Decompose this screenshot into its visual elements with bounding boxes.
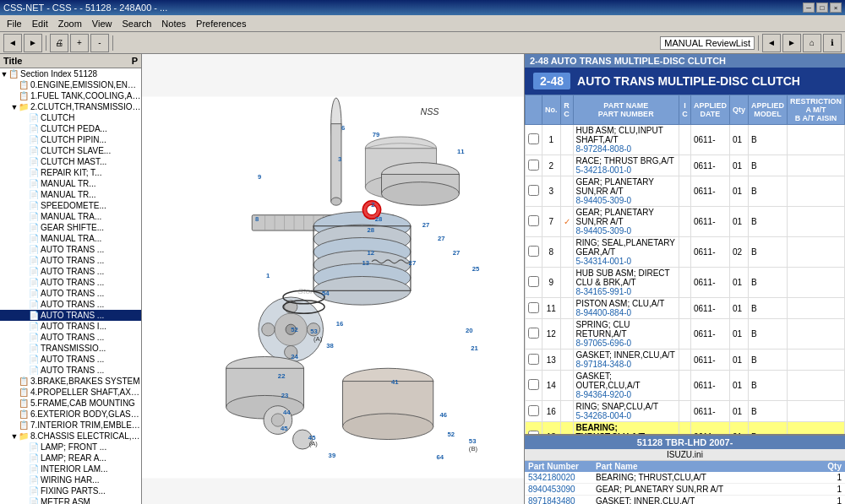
check-cell[interactable]	[526, 237, 542, 268]
menu-item-search[interactable]: Search	[117, 17, 156, 30]
zoom-out-button[interactable]: -	[90, 34, 109, 52]
nav-next-button[interactable]: ►	[782, 34, 801, 52]
tree-item-2-20[interactable]: 📄MANUAL TR...	[0, 178, 141, 189]
tree-item-8-04[interactable]: 📄INTERIOR LAM...	[0, 463, 141, 474]
tree-item-2-25[interactable]: 📄SPEEDOMETE...	[0, 200, 141, 211]
check-cell[interactable]	[526, 207, 542, 237]
menu-item-file[interactable]: File	[2, 17, 27, 30]
menu-item-notes[interactable]: Notes	[156, 17, 191, 30]
back-button[interactable]: ◄	[3, 34, 22, 52]
info-button[interactable]: ℹ	[823, 34, 842, 52]
tree-item-8-15[interactable]: 📄FIXING PARTS...	[0, 485, 141, 496]
list-item[interactable]: 5342180020 BEARING; THRUST,CLU,A/T 1	[525, 472, 845, 484]
table-row[interactable]: 11 PISTON ASM; CLU,A/T 8-94400-884-0 061…	[526, 298, 845, 319]
close-button[interactable]: ×	[830, 3, 842, 13]
tree-expand-icon[interactable]: ▼	[10, 432, 19, 441]
check-cell[interactable]	[526, 401, 542, 422]
check-cell[interactable]	[526, 319, 542, 350]
tree-item-s8[interactable]: 📋7.INTERIOR TRIM,EMBLEM,...	[0, 420, 141, 431]
tree-item-8-21[interactable]: 📄METER ASM	[0, 496, 141, 504]
tree-item-2-47[interactable]: 📄AUTO TRANS ...	[0, 299, 141, 310]
menu-item-zoom[interactable]: Zoom	[53, 17, 87, 30]
check-cell[interactable]	[526, 371, 542, 401]
table-row[interactable]: 8 RING; SEAL,PLANETARY GEAR,A/T 5-34314-…	[526, 237, 845, 268]
tree-item-8-03[interactable]: 📄LAMP; REAR A...	[0, 453, 141, 463]
table-row[interactable]: 12 SPRING; CLU RETURN,A/T 8-97065-696-0 …	[526, 319, 845, 350]
menu-item-preferences[interactable]: Preferences	[191, 17, 251, 30]
tree-item-2-44[interactable]: 📄AUTO TRANS ...	[0, 277, 141, 288]
tree-item-s9[interactable]: ▼📁8.CHASSIS ELECTRICAL,H...	[0, 431, 141, 442]
menu-item-edit[interactable]: Edit	[27, 17, 53, 30]
zoom-in-button[interactable]: +	[70, 34, 89, 52]
table-row[interactable]: 7 ✓ GEAR; PLANETARY SUN,RR A/T 8-94405-3…	[526, 207, 845, 237]
tree-item-2-27[interactable]: 📄MANUAL TRA...	[0, 211, 141, 222]
check-cell[interactable]	[526, 350, 542, 371]
tree-item-2-33[interactable]: 📄MANUAL TRA...	[0, 233, 141, 244]
row-checkbox[interactable]	[528, 246, 539, 257]
tree-item-root[interactable]: ▼📋Section Index 51128	[0, 68, 141, 79]
minimize-button[interactable]: ─	[803, 3, 815, 13]
menu-item-view[interactable]: View	[87, 17, 117, 30]
nav-prev-button[interactable]: ◄	[762, 34, 781, 52]
check-cell[interactable]	[526, 125, 542, 155]
table-row[interactable]: 2 RACE; THRUST BRG,A/T 5-34218-001-0 061…	[526, 155, 845, 176]
tree-item-s4[interactable]: 📋3.BRAKE,BRAKES SYSTEM	[0, 376, 141, 387]
table-row[interactable]: 9 HUB SUB ASM; DIRECT CLU & BRK,A/T 8-34…	[526, 268, 845, 298]
tree-item-s5[interactable]: 📋4.PROPELLER SHAFT,AXLE...	[0, 387, 141, 398]
row-checkbox[interactable]	[528, 160, 539, 171]
check-cell[interactable]	[526, 176, 542, 207]
tree-item-2-10[interactable]: 📄REPAIR KIT; T...	[0, 167, 141, 178]
tree-item-s7[interactable]: 📋6.EXTERIOR BODY,GLASS ...	[0, 409, 141, 420]
tree-item-8-10[interactable]: 📄WIRING HAR...	[0, 474, 141, 485]
check-cell[interactable]	[526, 268, 542, 298]
parts-table-wrapper[interactable]: No. RC PART NAMEPART NUMBER IC APPLIEDDA…	[525, 95, 845, 434]
tree-item-2-48[interactable]: 📄AUTO TRANS ...	[0, 310, 141, 321]
tree-item-s1[interactable]: 📋0.ENGINE,EMISSION,ENGI...	[0, 79, 141, 90]
tree-item-2-45[interactable]: 📄AUTO TRANS ...	[0, 288, 141, 299]
tree-item-2-08[interactable]: 📄CLUTCH MAST...	[0, 156, 141, 167]
table-row[interactable]: 1 HUB ASM; CLU,INPUT SHAFT,A/T 8-97284-8…	[526, 125, 845, 155]
tree-item-s2[interactable]: 📋1.FUEL TANK,COOLING,AI...	[0, 90, 141, 101]
row-checkbox[interactable]	[528, 405, 539, 416]
row-checkbox[interactable]	[528, 328, 539, 339]
tree-item-2-56[interactable]: 📄AUTO TRANS ...	[0, 365, 141, 376]
tree-item-s3[interactable]: ▼📁2.CLUTCH,TRANSMISSION,...	[0, 101, 141, 112]
row-checkbox[interactable]	[528, 276, 539, 287]
tree-item-2-23[interactable]: 📄MANUAL TR...	[0, 189, 141, 200]
table-row[interactable]: 16 RING; SNAP,CLU,A/T 5-34268-004-0 0611…	[526, 401, 845, 422]
table-row[interactable]: 13 GASKET; INNER,CLU,A/T 8-97184-348-0 0…	[526, 350, 845, 371]
table-row[interactable]: 3 GEAR; PLANETARY SUN,RR A/T 8-94405-309…	[526, 176, 845, 207]
tree-view[interactable]: ▼📋Section Index 51128 📋0.ENGINE,EMISSION…	[0, 68, 141, 504]
check-cell[interactable]	[526, 422, 542, 435]
tree-item-2-55[interactable]: 📄AUTO TRANS ...	[0, 354, 141, 365]
row-checkbox[interactable]	[528, 302, 539, 313]
row-checkbox[interactable]	[528, 215, 539, 226]
table-row[interactable]: 18 BEARING; THRUST,CLU,A/T 5-34218-002-0…	[526, 422, 845, 435]
list-item[interactable]: 8971843480 GASKET; INNER,CLU,A/T 1	[525, 496, 845, 504]
tree-item-2-51[interactable]: 📄AUTO TRANS ...	[0, 332, 141, 343]
tree-item-2-49[interactable]: 📄AUTO TRANS I...	[0, 321, 141, 332]
print-button[interactable]: 🖨	[50, 34, 68, 52]
check-cell[interactable]	[526, 298, 542, 319]
tree-item-2-52[interactable]: 📄TRANSMISSIO...	[0, 343, 141, 354]
forward-button[interactable]: ►	[24, 34, 42, 52]
maximize-button[interactable]: □	[816, 3, 828, 13]
tree-item-2-01[interactable]: 📄CLUTCH	[0, 112, 141, 123]
tree-expand-icon[interactable]: ▼	[10, 103, 19, 111]
tree-item-s6[interactable]: 📋5.FRAME,CAB MOUNTING	[0, 398, 141, 409]
row-checkbox[interactable]	[528, 379, 539, 390]
tree-item-2-02[interactable]: 📄CLUTCH PEDA...	[0, 123, 141, 134]
row-checkbox[interactable]	[528, 354, 539, 365]
home-button[interactable]: ⌂	[803, 34, 821, 52]
tree-item-2-03[interactable]: 📄CLUTCH PIPIN...	[0, 134, 141, 145]
check-cell[interactable]	[526, 155, 542, 176]
tree-item-2-30[interactable]: 📄GEAR SHIFTE...	[0, 222, 141, 233]
row-checkbox[interactable]	[528, 185, 539, 196]
window-controls[interactable]: ─ □ ×	[803, 3, 842, 13]
tree-item-2-41[interactable]: 📄AUTO TRANS ...	[0, 255, 141, 266]
row-checkbox[interactable]	[528, 133, 539, 144]
tree-item-2-40[interactable]: 📄AUTO TRANS ...	[0, 244, 141, 255]
tree-item-2-05[interactable]: 📄CLUTCH SLAVE...	[0, 145, 141, 156]
table-row[interactable]: 14 GASKET; OUTER,CLU,A/T 8-94364-920-0 0…	[526, 371, 845, 401]
tree-item-8-01[interactable]: 📄LAMP; FRONT ...	[0, 442, 141, 453]
